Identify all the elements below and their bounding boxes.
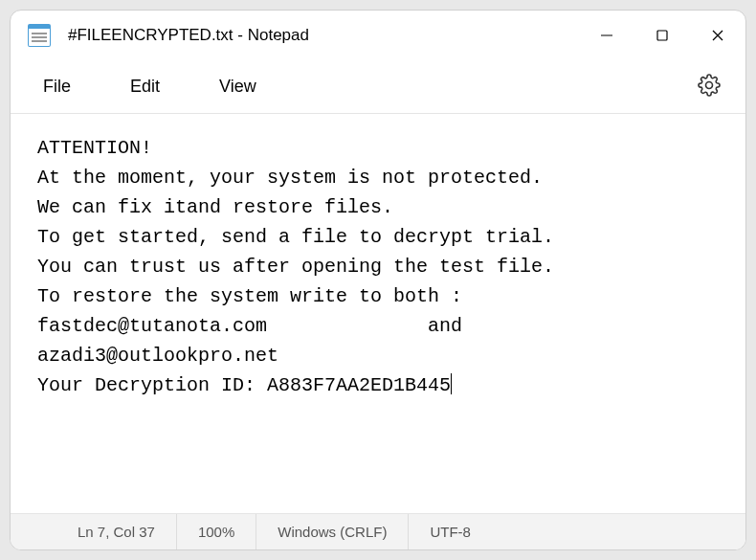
svg-rect-1 [657,31,667,40]
status-zoom: 100% [177,514,256,549]
text-area[interactable]: ATTENTION! At the moment, your system is… [11,114,745,513]
status-line-ending: Windows (CRLF) [256,514,409,549]
close-icon [711,29,724,42]
titlebar: #FILEENCRYPTED.txt - Notepad [11,11,745,60]
minimize-icon [600,29,613,42]
status-position: Ln 7, Col 37 [56,514,177,549]
menu-file[interactable]: File [28,69,86,104]
notepad-window: #FILEENCRYPTED.txt - Notepad File Edit V… [10,10,746,550]
settings-button[interactable] [690,66,728,108]
gear-icon [698,74,721,97]
menu-edit[interactable]: Edit [115,69,175,104]
close-button[interactable] [690,11,745,60]
notepad-icon [28,24,51,47]
maximize-icon [656,29,669,42]
status-encoding: UTF-8 [409,514,492,549]
menu-view[interactable]: View [204,69,272,104]
maximize-button[interactable] [634,11,690,60]
window-controls [579,11,745,60]
menubar: File Edit View [11,60,745,114]
window-title: #FILEENCRYPTED.txt - Notepad [68,26,579,45]
minimize-button[interactable] [579,11,634,60]
statusbar: Ln 7, Col 37 100% Windows (CRLF) UTF-8 [11,513,745,549]
